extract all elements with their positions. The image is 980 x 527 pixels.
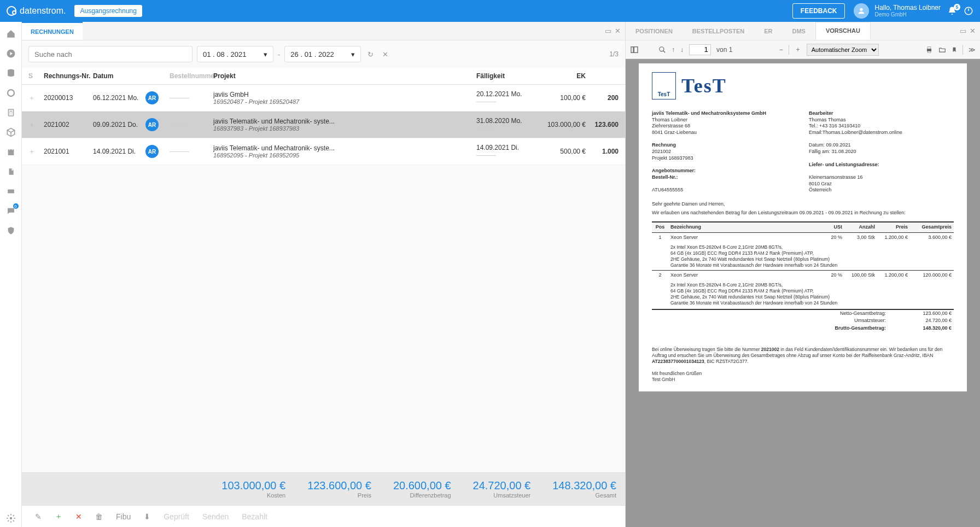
notifications-button[interactable]: 5	[947, 6, 957, 16]
clear-button[interactable]: ✕	[380, 48, 390, 61]
svg-rect-23	[928, 46, 931, 49]
brand-logo[interactable]: datenstrom.	[7, 6, 66, 16]
user-greeting: Hallo, Thomas Loibner	[874, 4, 941, 11]
table-header: S Rechnungs-Nr. Datum Bestellnummer Proj…	[22, 68, 625, 85]
brand-logo-icon	[7, 6, 16, 16]
nav-box-icon[interactable]	[2, 124, 20, 141]
pdf-prev-page-icon[interactable]: ↑	[672, 46, 675, 54]
nav-database-icon[interactable]	[2, 65, 20, 82]
senden-button[interactable]: Senden	[202, 512, 229, 521]
pdf-sidebar-icon[interactable]	[630, 45, 639, 54]
brand-name: datenstrom.	[20, 6, 66, 16]
avatar	[854, 3, 869, 19]
summary-bar: 103.000,00 €Kosten 123.600,00 €Preis 20.…	[22, 472, 625, 505]
date-to-select[interactable]: 26 . 01 . 2022 ▾	[284, 46, 361, 62]
gepruft-button[interactable]: Geprüft	[164, 512, 189, 521]
svg-rect-14	[9, 148, 9, 150]
app-header: datenstrom. Ausgangsrechnung FEEDBACK Ha…	[0, 0, 980, 22]
chevron-down-icon: ▾	[351, 50, 355, 58]
nav-settings-icon[interactable]	[2, 510, 20, 527]
bezahlt-button[interactable]: Bezahlt	[242, 512, 267, 521]
panel-minimize-icon[interactable]: ▭	[960, 27, 966, 35]
nav-chart-icon[interactable]	[2, 84, 20, 102]
panel-close-icon[interactable]: ✕	[615, 27, 621, 35]
ar-badge: AR	[145, 118, 159, 131]
refresh-button[interactable]: ↻	[365, 48, 376, 61]
tab-rechnungen[interactable]: RECHNUNGEN	[22, 22, 83, 40]
pdf-bookmark-icon[interactable]	[952, 46, 957, 54]
add-button[interactable]: ＋	[55, 512, 62, 522]
page-indicator: 1/3	[609, 50, 619, 58]
pdf-page: TesT TesT javiis Telematik- und Mechatro…	[639, 63, 967, 391]
nav-home-icon[interactable]	[2, 25, 20, 43]
pdf-open-icon[interactable]	[938, 46, 946, 54]
delete-button[interactable]: ✕	[75, 512, 82, 521]
svg-rect-19	[634, 46, 638, 52]
side-nav	[0, 22, 22, 527]
tab-dms[interactable]: DMS	[782, 22, 815, 40]
nav-calendar-icon[interactable]	[2, 143, 20, 161]
expand-icon[interactable]: ＋	[28, 120, 44, 130]
user-company: Demo GmbH	[874, 11, 941, 18]
pdf-zoom-out-icon[interactable]: −	[779, 46, 783, 54]
chevron-down-icon: ▾	[264, 50, 267, 58]
nav-calculator-icon[interactable]	[2, 104, 20, 121]
preview-panel: POSITIONENBESTELLPOSTENERDMSVORSCHAU▭✕ ↑…	[626, 22, 980, 527]
user-menu[interactable]: Hallo, Thomas Loibner Demo GmbH	[854, 3, 941, 19]
svg-rect-18	[631, 46, 633, 52]
search-input[interactable]	[28, 46, 192, 62]
tab-bestellposten[interactable]: BESTELLPOSTEN	[682, 22, 754, 40]
notifications-badge: 5	[954, 4, 960, 10]
pdf-next-page-icon[interactable]: ↓	[680, 46, 684, 54]
nav-document-icon[interactable]	[2, 163, 20, 180]
pdf-print-icon[interactable]	[925, 46, 933, 54]
date-from-select[interactable]: 01 . 08 . 2021 ▾	[197, 46, 273, 62]
edit-button[interactable]: ✎	[35, 512, 42, 521]
expand-icon[interactable]: ＋	[28, 93, 44, 103]
pdf-zoom-select[interactable]: Automatischer Zoom	[807, 44, 879, 56]
invoices-panel: RECHNUNGEN ▭ ✕ 01 . 08 . 2021 ▾ - 26 . 0…	[22, 22, 626, 527]
tab-er[interactable]: ER	[754, 22, 782, 40]
nav-play-icon[interactable]	[2, 45, 20, 62]
pdf-search-icon[interactable]	[658, 46, 666, 54]
download-button[interactable]: ⬇	[144, 512, 150, 521]
pdf-zoom-in-icon[interactable]: ＋	[795, 45, 801, 54]
pdf-logo-text: TesT	[681, 73, 727, 99]
trash-button[interactable]: 🗑	[95, 512, 103, 521]
svg-rect-16	[8, 190, 14, 194]
tab-vorschau[interactable]: VORSCHAU	[815, 22, 871, 40]
panel-close-icon[interactable]: ✕	[970, 27, 976, 35]
header-context-badge[interactable]: Ausgangsrechnung	[74, 5, 142, 17]
nav-ticket-icon[interactable]	[2, 183, 20, 200]
ar-badge: AR	[145, 145, 159, 158]
nav-chat-icon[interactable]	[2, 202, 20, 220]
svg-point-6	[8, 90, 14, 96]
pdf-page-input[interactable]	[689, 44, 711, 55]
table-row[interactable]: ＋ 2021002 09.09.2021 Do. AR ——— javiis T…	[22, 112, 625, 138]
pdf-toolbar: ↑ ↓ von 1 − ＋ Automatischer Zoom ≫	[626, 40, 980, 59]
ar-badge: AR	[145, 91, 159, 104]
table-row[interactable]: ＋ 2021001 14.09.2021 Di. AR ——— javiis T…	[22, 138, 625, 165]
panel-minimize-icon[interactable]: ▭	[605, 27, 611, 35]
nav-shield-icon[interactable]	[2, 222, 20, 239]
expand-icon[interactable]: ＋	[28, 147, 44, 156]
pdf-more-icon[interactable]: ≫	[969, 46, 976, 54]
svg-line-21	[663, 50, 666, 52]
svg-point-0	[860, 8, 863, 11]
svg-rect-15	[12, 148, 13, 150]
tab-positionen[interactable]: POSITIONEN	[626, 22, 682, 40]
svg-point-17	[9, 517, 12, 520]
fibu-button[interactable]: Fibu	[116, 512, 131, 521]
logout-button[interactable]	[964, 6, 973, 16]
svg-point-20	[660, 46, 664, 51]
svg-rect-7	[8, 109, 13, 116]
svg-rect-13	[8, 149, 14, 155]
feedback-button[interactable]: FEEDBACK	[792, 3, 845, 19]
table-row[interactable]: ＋ 20200013 06.12.2021 Mo. AR ——— javiis …	[22, 85, 625, 112]
pdf-logo-box: TesT	[652, 72, 676, 99]
action-bar: ✎ ＋ ✕ 🗑 Fibu ⬇ Geprüft Senden Bezahlt	[22, 505, 625, 527]
